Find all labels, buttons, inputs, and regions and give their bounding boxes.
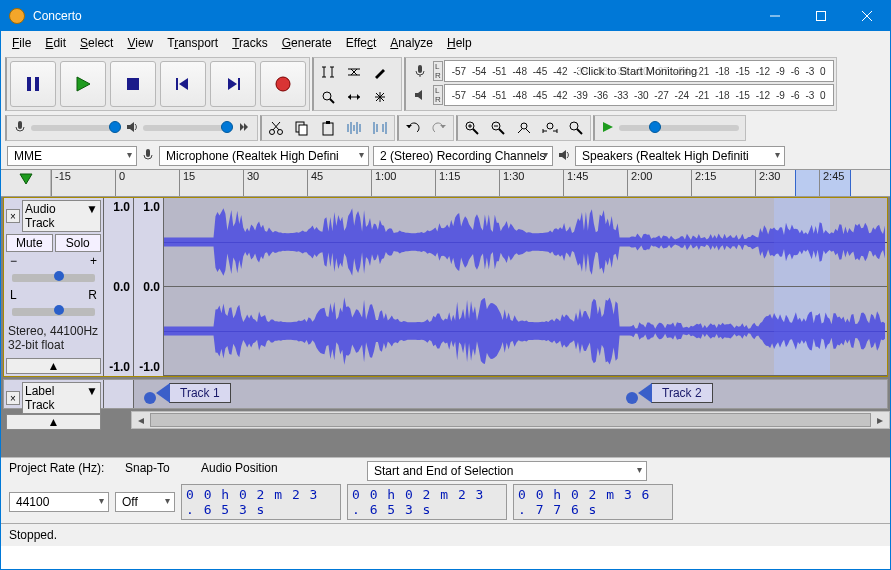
recording-meter[interactable]: -57-54-51-48-45-42-39-36-33-30-27-24-21-… (444, 60, 834, 82)
redo-button[interactable] (426, 117, 452, 139)
svg-marker-53 (440, 125, 446, 128)
play-speed-group (593, 115, 746, 141)
timeshift-tool[interactable] (341, 86, 367, 108)
skip-start-button[interactable] (160, 61, 206, 107)
playhead-icon[interactable] (1, 170, 51, 196)
draw-tool[interactable] (367, 61, 393, 83)
recording-volume-slider[interactable] (31, 125, 121, 131)
svg-rect-31 (18, 121, 22, 129)
playback-volume-slider[interactable] (143, 125, 233, 131)
time-ruler[interactable]: -1501530451:001:151:301:452:002:152:302:… (51, 170, 890, 196)
menu-view[interactable]: View (120, 33, 160, 53)
solo-button[interactable]: Solo (55, 234, 102, 252)
label-lane[interactable]: Track 1 Track 2 (134, 380, 887, 408)
selection-format-combo[interactable]: Start and End of Selection (367, 461, 647, 481)
svg-rect-4 (27, 77, 31, 91)
titlebar: Concerto (1, 1, 890, 31)
gain-slider[interactable] (12, 274, 95, 282)
copy-button[interactable] (289, 117, 315, 139)
playback-meter[interactable]: -57-54-51-48-45-42-39-36-33-30-27-24-21-… (444, 84, 834, 106)
svg-marker-33 (240, 123, 244, 131)
menu-transport[interactable]: Transport (160, 33, 225, 53)
output-device-icon (557, 148, 571, 165)
menu-select[interactable]: Select (73, 33, 120, 53)
selection-end-field[interactable]: 0 0 h 0 2 m 3 6 . 7 7 6 s (513, 484, 673, 520)
zoom-tool[interactable] (315, 86, 341, 108)
stop-button[interactable] (110, 61, 156, 107)
play-button[interactable] (60, 61, 106, 107)
audio-position-field[interactable]: 0 0 h 0 2 m 2 3 . 6 5 3 s (181, 484, 341, 520)
fit-selection-button[interactable] (511, 117, 537, 139)
audio-host-combo[interactable]: MME (7, 146, 137, 166)
mute-button[interactable]: Mute (6, 234, 53, 252)
label-marker[interactable]: Track 2 (626, 383, 713, 403)
selection-start-field[interactable]: 0 0 h 0 2 m 2 3 . 6 5 3 s (347, 484, 507, 520)
envelope-tool[interactable] (341, 61, 367, 83)
paste-button[interactable] (315, 117, 341, 139)
silence-button[interactable] (367, 117, 393, 139)
mic-meter-icon[interactable] (407, 60, 433, 82)
input-device-combo[interactable]: Microphone (Realtek High Defini (159, 146, 369, 166)
tool-palette (312, 57, 402, 111)
menu-edit[interactable]: Edit (38, 33, 73, 53)
menu-help[interactable]: Help (440, 33, 479, 53)
undo-group (397, 115, 454, 141)
status-text: Stopped. (9, 528, 57, 542)
svg-point-64 (547, 123, 553, 129)
menu-generate[interactable]: Generate (275, 33, 339, 53)
label-track-close-button[interactable]: × (6, 391, 20, 405)
timeline[interactable]: -1501530451:001:151:301:452:002:152:302:… (1, 169, 890, 197)
skip-end-button[interactable] (210, 61, 256, 107)
scroll-left-button[interactable]: ◂ (132, 413, 150, 427)
play-speed-icon[interactable] (601, 120, 615, 137)
output-device-combo[interactable]: Speakers (Realtek High Definiti (575, 146, 785, 166)
edit-group (260, 115, 395, 141)
label-track-menu-dropdown[interactable]: Label Track▼ (22, 382, 101, 414)
svg-rect-11 (238, 78, 240, 90)
waveform-area[interactable] (164, 198, 887, 376)
svg-marker-22 (348, 94, 351, 100)
pause-button[interactable] (10, 61, 56, 107)
label-track-collapse-button[interactable]: ▲ (6, 414, 101, 430)
status-bar: Stopped. (1, 523, 890, 546)
undo-button[interactable] (400, 117, 426, 139)
menu-file[interactable]: File (5, 33, 38, 53)
speaker-meter-icon[interactable] (407, 84, 433, 106)
label-marker[interactable]: Track 1 (144, 383, 231, 403)
svg-marker-74 (20, 174, 32, 184)
pan-slider[interactable] (12, 308, 95, 316)
scroll-right-button[interactable]: ▸ (871, 413, 889, 427)
mixer-group (5, 115, 258, 141)
svg-line-62 (518, 129, 522, 133)
multi-tool[interactable] (367, 86, 393, 108)
toolbar-second (1, 113, 890, 143)
play-speed-slider[interactable] (619, 125, 739, 131)
svg-marker-23 (357, 94, 360, 100)
input-device-icon (141, 148, 155, 165)
horizontal-scrollbar[interactable]: ◂ ▸ (131, 411, 890, 429)
selection-tool[interactable] (315, 61, 341, 83)
zoom-toggle-button[interactable] (563, 117, 589, 139)
cut-button[interactable] (263, 117, 289, 139)
menu-tracks[interactable]: Tracks (225, 33, 275, 53)
record-button[interactable] (260, 61, 306, 107)
snap-to-combo[interactable]: Off (115, 492, 175, 512)
svg-rect-42 (326, 121, 330, 124)
fit-project-button[interactable] (537, 117, 563, 139)
svg-rect-8 (176, 78, 178, 90)
trim-button[interactable] (341, 117, 367, 139)
zoom-out-button[interactable] (485, 117, 511, 139)
svg-point-19 (323, 92, 331, 100)
track-collapse-button[interactable]: ▲ (6, 358, 101, 374)
channels-combo[interactable]: 2 (Stereo) Recording Channels (373, 146, 553, 166)
maximize-button[interactable] (798, 1, 844, 31)
track-menu-dropdown[interactable]: Audio Track▼ (22, 200, 101, 232)
track-close-button[interactable]: × (6, 209, 20, 223)
close-button[interactable] (844, 1, 890, 31)
menu-analyze[interactable]: Analyze (383, 33, 440, 53)
menu-effect[interactable]: Effect (339, 33, 383, 53)
zoom-in-button[interactable] (459, 117, 485, 139)
start-monitoring-label[interactable]: Click to Start Monitoring (578, 65, 699, 77)
project-rate-combo[interactable]: 44100 (9, 492, 109, 512)
minimize-button[interactable] (752, 1, 798, 31)
